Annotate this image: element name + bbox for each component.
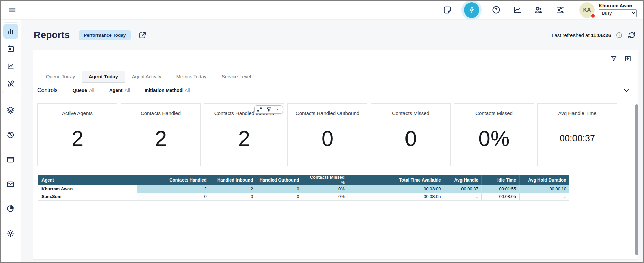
metrics-icon[interactable] xyxy=(513,5,522,14)
last-refreshed-text: Last refreshed at 11:06:26 xyxy=(552,32,611,38)
sidebar-report-group xyxy=(2,22,20,93)
line-chart-icon xyxy=(7,62,15,70)
svg-text:?: ? xyxy=(495,7,498,12)
tab-agent-today[interactable]: Agent Today xyxy=(82,71,125,83)
agent-name-cell: Sam.Som xyxy=(38,193,137,200)
expand-icon[interactable] xyxy=(257,107,262,112)
filter-initiation-method[interactable]: Initiation MethodAll xyxy=(145,88,190,93)
table-cell: :: xyxy=(444,193,481,200)
tab-agent-activity[interactable]: Agent Activity xyxy=(125,71,168,83)
metric-value: 0 xyxy=(321,116,334,166)
window-icon xyxy=(6,155,15,164)
metric-card-contacts-missed-pct[interactable]: Contacts Missed 0% xyxy=(454,103,534,166)
report-panel: Queue Today Agent Today Agent Activity M… xyxy=(33,50,638,260)
status-select[interactable]: Busy xyxy=(599,9,637,17)
metric-value: 2 xyxy=(238,116,250,166)
metric-value: 0 xyxy=(405,116,417,166)
info-icon[interactable] xyxy=(616,32,623,39)
tab-divider xyxy=(169,73,169,80)
gear-icon xyxy=(6,229,15,237)
sidebar-item-history[interactable] xyxy=(3,127,18,142)
filter-funnel-icon[interactable] xyxy=(266,107,272,112)
tab-service-level[interactable]: Service Level xyxy=(215,71,258,83)
sidebar-item-settings[interactable] xyxy=(3,226,18,240)
metric-card-contacts-missed[interactable]: Contacts Missed 0 xyxy=(371,103,451,166)
bar-chart-icon xyxy=(7,27,15,35)
report-badge[interactable]: Performance Today xyxy=(79,30,131,40)
metric-value: 00:00:37 xyxy=(560,116,595,166)
layers-icon xyxy=(6,106,15,114)
refresh-icon[interactable] xyxy=(627,31,636,39)
sidebar-item-customize[interactable] xyxy=(3,76,18,91)
sidebar-item-browser[interactable] xyxy=(3,152,18,167)
sidebar-item-reports[interactable] xyxy=(3,24,18,39)
table-row[interactable]: Sam.Som 0 0 0 0% 00:08:05 :: 00:08:05 :: xyxy=(38,193,569,200)
menu-icon[interactable] xyxy=(8,6,16,14)
table-cell: 2 xyxy=(210,185,256,193)
filter-funnel-icon[interactable] xyxy=(610,55,617,62)
history-icon xyxy=(6,131,15,139)
people-icon[interactable] xyxy=(534,5,543,15)
column-header-handled-outbound[interactable]: Handled Outbound xyxy=(256,175,302,185)
avatar[interactable]: KA xyxy=(579,2,595,18)
column-header-contacts-missed-pct[interactable]: Contacts Missed % xyxy=(302,175,348,185)
tab-metrics-today[interactable]: Metrics Today xyxy=(170,71,213,83)
brush-icon xyxy=(7,80,15,88)
column-header-idle-time[interactable]: Idle Time xyxy=(481,175,519,185)
tab-queue-today[interactable]: Queue Today xyxy=(39,71,82,83)
preferences-sliders-icon[interactable] xyxy=(556,5,565,15)
sidebar-item-analytics[interactable] xyxy=(3,59,18,74)
kebab-menu-icon[interactable] xyxy=(275,107,281,112)
boost-lightning-icon[interactable] xyxy=(464,2,479,18)
tab-divider xyxy=(38,73,38,80)
sidebar-item-pie-reports[interactable] xyxy=(3,201,18,216)
metric-value: 2 xyxy=(72,116,84,166)
app-window: ? KA Khurram Awan Busy xyxy=(0,0,644,263)
page-header: Reports Performance Today Last refreshed… xyxy=(34,30,636,40)
open-external-icon[interactable] xyxy=(138,31,147,39)
column-header-total-time-available[interactable]: Total Time Available xyxy=(348,175,444,185)
table-row[interactable]: Khurram.Awan 2 2 0 0% 00:03:09 00:00:37 … xyxy=(38,185,569,193)
table-cell: 00:01:55 xyxy=(481,185,519,193)
table-cell: 00:08:05 xyxy=(348,193,444,200)
column-header-handled-inbound[interactable]: Handled Inbound xyxy=(210,175,256,185)
column-header-avg-handle[interactable]: Avg Handle xyxy=(444,175,481,185)
table-cell: 0 xyxy=(256,193,302,200)
agent-table-wrap: Agent Contacts Handled Handled Inbound H… xyxy=(38,175,638,201)
vertical-scrollbar[interactable] xyxy=(635,104,638,255)
table-cell: 2 xyxy=(137,185,210,193)
avatar-initials: KA xyxy=(583,7,591,13)
sidebar-item-schedule[interactable] xyxy=(3,41,18,56)
table-cell: 00:00:37 xyxy=(444,185,481,193)
metric-card-active-agents[interactable]: Active Agents 2 xyxy=(37,103,117,166)
download-icon[interactable] xyxy=(624,55,632,62)
table-cell: 0% xyxy=(302,185,348,193)
column-header-agent[interactable]: Agent xyxy=(38,175,137,185)
metric-card-contacts-handled[interactable]: Contacts Handled 2 xyxy=(121,103,201,166)
tab-divider xyxy=(214,73,214,80)
note-icon[interactable] xyxy=(443,6,452,14)
metric-card-contacts-handled-outbound[interactable]: Contacts Handled Outbound 0 xyxy=(287,103,367,166)
table-header-row: Agent Contacts Handled Handled Inbound H… xyxy=(38,175,569,185)
help-icon[interactable]: ? xyxy=(492,5,501,14)
last-refreshed-time: 11:06:26 xyxy=(591,32,611,38)
sidebar xyxy=(1,20,21,262)
metric-card-avg-handle-time[interactable]: Avg Handle Time 00:00:37 xyxy=(537,103,617,166)
column-header-avg-hold-duration[interactable]: Avg Hold Duration xyxy=(520,175,569,185)
table-cell: 0 xyxy=(137,193,210,200)
agent-name-cell: Khurram.Awan xyxy=(38,185,137,193)
column-header-contacts-handled[interactable]: Contacts Handled xyxy=(137,175,210,185)
presence-dot-busy xyxy=(591,13,595,18)
table-cell: 0% xyxy=(302,193,348,200)
sidebar-item-layers[interactable] xyxy=(3,103,18,118)
envelope-icon xyxy=(6,180,15,188)
table-cell: 00:03:09 xyxy=(348,185,444,193)
filter-agent[interactable]: AgentAll xyxy=(109,88,130,93)
metric-card-contacts-handled-inbound[interactable]: Contacts Handled Inbound 2 xyxy=(204,103,284,166)
table-cell: 0 xyxy=(256,185,302,193)
chevron-down-icon[interactable] xyxy=(623,87,630,94)
metric-value: 2 xyxy=(155,116,167,166)
sidebar-item-mail[interactable] xyxy=(3,176,18,191)
table-cell: 00:08:05 xyxy=(481,193,519,200)
filter-queue[interactable]: QueueAll xyxy=(73,88,94,93)
